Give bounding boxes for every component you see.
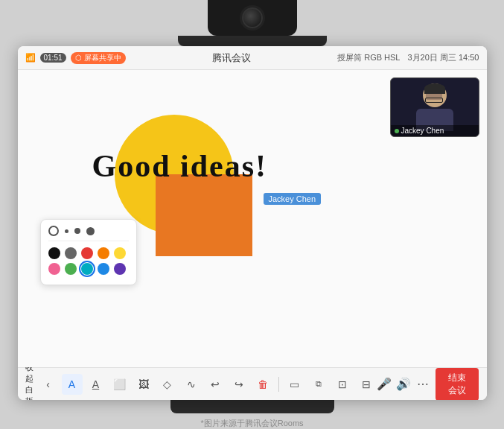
toolbar-divider [278,377,279,392]
volume-btn[interactable]: 🔊 [396,374,411,395]
monitor: 📶 01:51 ⬡ 屏幕共享中 腾讯会议 授屏筒 RGB HSL 3月20日 周… [18,46,487,400]
more-btn[interactable]: ⋯ [415,374,430,395]
whiteboard[interactable]: Good ideas! Jackey Chen [18,70,487,367]
meeting-title: 腾讯会议 [212,51,251,65]
screen-mode-3-btn[interactable]: ⊡ [332,374,353,395]
color-picker-panel [40,219,137,285]
screen-mode-2-btn[interactable]: ⧉ [308,374,329,395]
undo-btn[interactable]: ↩ [205,374,226,395]
camera-device [208,0,297,36]
color-red[interactable] [81,247,93,259]
toolbar-tools: ‹ A A ⬜ 🖼 ◇ ∿ ↩ ↪ 🗑 ▭ ⧉ ⊡ ⊟ [38,374,377,395]
back-tool-btn[interactable]: ‹ [38,374,59,395]
camera-base [178,36,327,46]
video-active-dot [395,129,399,133]
top-bar-right: 授屏筒 RGB HSL 3月20日 周三 14:50 [337,52,479,63]
size-medium-small[interactable] [65,229,68,233]
orange-rect-shape [156,174,252,256]
bottom-toolbar: 收起白板 ‹ A A ⬜ 🖼 ◇ ∿ ↩ ↪ 🗑 ▭ ⧉ ⊡ ⊟ 🎤 🔊 ⋯ 结… [18,367,487,400]
color-blue[interactable] [98,263,109,275]
size-small[interactable] [48,226,59,236]
video-name-bar: Jackey Chen [391,125,479,136]
color-yellow[interactable] [114,247,126,259]
shape-tool-btn[interactable]: ⬜ [109,374,130,395]
color-black[interactable] [48,247,60,259]
color-purple[interactable] [114,263,126,275]
screen-mode-4-btn[interactable]: ⊟ [356,374,377,395]
color-orange[interactable] [98,247,109,259]
size-large[interactable] [86,227,95,235]
author-name-label: Jackey Chen [264,193,322,205]
video-person-name: Jackey Chen [401,127,444,135]
color-green[interactable] [65,263,77,275]
delete-btn[interactable]: 🗑 [252,374,273,395]
text-style-tool-btn[interactable]: A [86,374,106,395]
color-cyan[interactable] [81,263,93,275]
top-bar: 📶 01:51 ⬡ 屏幕共享中 腾讯会议 授屏筒 RGB HSL 3月20日 周… [18,46,487,70]
color-gray[interactable] [65,247,77,259]
mic-btn[interactable]: 🎤 [377,374,392,395]
select-tool-btn[interactable]: ◇ [157,374,178,395]
content-area: Good ideas! Jackey Chen [18,70,487,367]
footer-note: *图片来源于腾讯会议Rooms [200,418,303,429]
color-pink[interactable] [48,263,60,275]
toolbar-right: 🎤 🔊 ⋯ 结束会议 [377,368,479,401]
signal-icon: 📶 [25,53,36,63]
monitor-stand [170,400,334,413]
person-figure [416,83,453,131]
share-icon: ⬡ [75,54,82,62]
screen-mode-1-btn[interactable]: ▭ [284,374,305,395]
camera-lens [242,7,263,28]
color-row-2 [48,263,129,275]
top-bar-left: 📶 01:51 ⬡ 屏幕共享中 [25,52,126,64]
share-label: 屏幕共享中 [84,53,121,63]
redo-btn[interactable]: ↪ [229,374,249,395]
color-mode-label: 授屏筒 RGB HSL [337,52,400,63]
end-meeting-button[interactable]: 结束会议 [436,368,479,401]
video-thumbnail: Jackey Chen [390,77,479,137]
text-tool-btn[interactable]: A [62,374,83,395]
datetime-label: 3月20日 周三 14:50 [407,52,479,63]
curve-tool-btn[interactable]: ∿ [181,374,202,395]
color-row-1 [48,247,129,259]
collapse-whiteboard-button[interactable]: 收起白板 [25,362,38,401]
share-badge[interactable]: ⬡ 屏幕共享中 [71,52,126,64]
image-tool-btn[interactable]: 🖼 [133,374,154,395]
handwritten-text: Good ideas! [92,148,268,184]
timer-badge: 01:51 [40,53,66,63]
size-medium[interactable] [74,228,80,234]
size-selector-row [48,226,129,241]
person-head [423,83,447,107]
